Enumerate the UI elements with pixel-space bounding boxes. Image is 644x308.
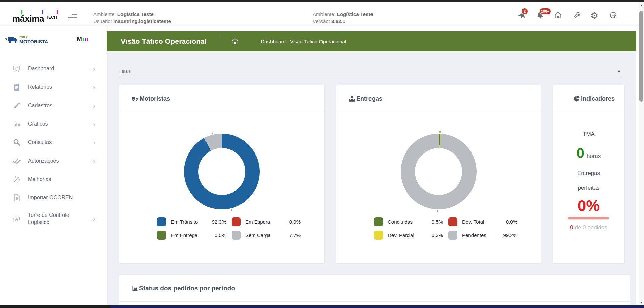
dashboard-icon [12,64,21,73]
perfect-deliveries-line2: perfeitas [578,185,599,191]
page-title-bar: Visão Tático Operacional - Dashboard - V… [107,31,636,51]
legend-value: 7.7% [283,232,301,238]
packages-icon [348,95,356,103]
legend-value: 0.0% [209,232,226,238]
donut-hole [415,148,462,195]
legend-swatch [232,231,241,240]
sidebar-item-autorizacoes[interactable]: Autorizações › [0,151,107,170]
environment-user-block: Ambiente: Logística Teste Usuário: maxst… [93,11,171,25]
magic-wand-icon [12,175,21,184]
legend-swatch [448,217,457,226]
sidebar-item-consultas[interactable]: Consultas › [0,133,107,151]
wrench-icon [572,11,581,21]
chevron-right-icon: › [93,121,95,127]
sidebar-item-torre-controle[interactable]: A Torre de Controle Logístico › [0,207,107,230]
legend-swatch [232,217,241,226]
tma-value-row: 0 horas [577,145,601,161]
antenna-icon: A [12,214,21,223]
logout-button[interactable] [608,11,617,20]
scroll-down-button[interactable]: ▼ [639,300,644,305]
filiais-select[interactable]: Filiais ▼ [119,66,628,77]
legend-item: Concluídas 0.5% [374,217,443,226]
header-actions: 2 100+ ⚙ [517,10,617,21]
legend-value: 92.3% [209,219,226,225]
motoristas-title: Motoristas [140,95,170,102]
entregas-donut-chart [401,134,477,209]
notifications-badge: 100+ [539,8,551,15]
legend-item: Em Trânsito 92.3% [157,217,226,226]
entregas-title: Entregas [356,95,382,102]
orders-text: de 0 pedidos [575,224,607,231]
sidebar-item-graficos[interactable]: Gráficos › [0,115,107,133]
page-scrollbar[interactable]: ▲ ▼ [639,2,644,305]
entregas-card: Entregas Concluídas 0.5% Dev. Total 0.0% [336,85,541,263]
tma-label: TMA [583,131,595,138]
indicadores-card-header: Indicadores [553,85,624,112]
legend-swatch [374,231,383,240]
maxima-tech-logo: máxima TECH [12,10,69,25]
scroll-up-button[interactable]: ▲ [639,2,644,8]
sidebar-item-relatorios[interactable]: Relatórios › [0,78,107,96]
legend-label: Sem Carga [245,232,283,238]
top-header: máxima TECH Ambiente: Logística Teste Us… [0,2,644,25]
logo-motorista-text: MOTORISTA [19,39,48,44]
orders-count: 0 [570,224,573,231]
tma-value: 0 [577,145,584,161]
sidebar-menu: Dashboard › Relatórios › Cadastros › [0,59,107,230]
announcements-badge: 2 [521,8,528,15]
sidebar-item-cadastros[interactable]: Cadastros › [0,96,107,115]
legend-label: Em Trânsito [171,219,209,225]
legend-item: Em Espera 0.0% [232,217,301,226]
logo-brand-text: máxima [12,14,44,24]
logo-sub-text: TECH [46,15,57,20]
settings-button[interactable]: ⚙ [590,11,599,20]
legend-label: Pendentes [462,232,500,238]
sidebar: max MOTORISTA M Dashboard › Relatórios › [0,25,107,305]
gear-icon: ⚙ [590,11,598,20]
entregas-legend: Concluídas 0.5% Dev. Total 0.0% Dev. Par… [374,217,517,240]
sidebar-item-importar-ocoren[interactable]: Importar OCOREN [0,188,107,207]
chevron-right-icon: › [93,139,95,146]
sidebar-item-dashboard[interactable]: Dashboard › [0,59,107,78]
legend-item: Sem Carga 7.7% [232,231,301,240]
sidebar-toggle-button[interactable] [68,14,78,22]
page-title: Visão Tático Operacional [121,37,206,45]
tools-button[interactable] [572,11,581,20]
home-button[interactable] [553,11,563,20]
chevron-right-icon: › [93,65,95,72]
legend-item: Dev. Parcial 0.3% [374,231,443,240]
legend-value: 0.3% [426,232,443,238]
legend-value: 0.0% [500,219,517,225]
breadcrumb-home-icon[interactable] [231,37,239,45]
sidebar-item-label: Importar OCOREN [28,194,73,201]
legend-label: Em Espera [245,219,283,225]
motoristas-card-header: Motoristas [119,85,324,112]
breadcrumb: - Dashboard - Visão Tático Operacional [258,39,346,44]
motoristas-donut-chart [184,134,260,209]
svg-text:A: A [15,217,18,222]
sidebar-item-label: Autorizações [28,157,59,164]
sidebar-item-melhorias[interactable]: Melhorias [0,170,107,188]
legend-item: Dev. Total 0.0% [448,217,517,226]
legend-item: Em Entrega 0.0% [157,231,226,240]
scrollbar-thumb[interactable] [639,11,643,102]
chevron-right-icon: › [93,84,95,90]
sidebar-item-label: Consultas [28,139,52,146]
pencil-icon [12,101,21,110]
env-value-2: Logística Teste [337,11,373,17]
legend-label: Concluídas [388,219,426,225]
notifications-button[interactable]: 100+ [535,11,545,20]
logout-icon [608,11,617,21]
filiais-underline [119,77,623,77]
sidebar-item-label: Relatórios [28,83,52,90]
legend-value: 0.5% [426,219,443,225]
perfect-deliveries-percent: 0% [578,197,600,215]
announcements-button[interactable]: 2 [517,11,527,20]
env-label-2: Ambiente: [313,11,336,17]
perfect-deliveries-progress-bar [568,217,609,219]
sidebar-item-label: Melhorias [28,176,51,183]
mini-m-logo: M [77,35,88,43]
main-content: Filiais ▼ Motoristas Em Trânsito 92.3% [107,51,636,305]
indicadores-title: Indicadores [581,95,615,102]
user-value: maxstring.logisticateste [113,18,171,24]
